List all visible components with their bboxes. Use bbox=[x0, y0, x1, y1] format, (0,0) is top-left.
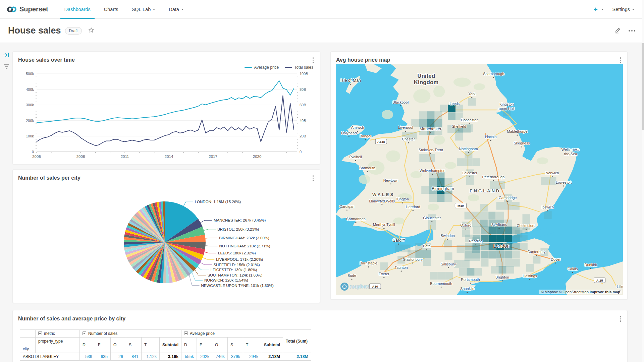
heatmap-cell[interactable] bbox=[462, 230, 470, 237]
heatmap-cell[interactable] bbox=[403, 245, 411, 252]
heatmap-cell[interactable] bbox=[541, 177, 548, 185]
heatmap-cell[interactable] bbox=[423, 258, 431, 266]
heatmap-cell[interactable] bbox=[395, 245, 402, 252]
edit-dashboard-icon[interactable] bbox=[614, 27, 621, 35]
scrollbar-thumb[interactable] bbox=[642, 43, 644, 130]
heatmap-cell[interactable] bbox=[481, 227, 488, 234]
heatmap-cell[interactable] bbox=[419, 111, 427, 119]
heatmap-cell[interactable] bbox=[455, 105, 463, 112]
settings-menu[interactable]: Settings bbox=[612, 7, 635, 12]
heatmap-cell[interactable] bbox=[496, 251, 504, 258]
map-container[interactable]: UnitedKingdomIsle of ManWALESENGLANDLond… bbox=[336, 64, 623, 295]
heatmap-cell[interactable] bbox=[468, 98, 476, 106]
heatmap-cell[interactable] bbox=[445, 272, 453, 280]
heatmap-cell[interactable] bbox=[421, 186, 429, 194]
subcol-o[interactable]: O bbox=[111, 337, 126, 353]
heatmap-cell[interactable] bbox=[489, 251, 496, 258]
heatmap-cell[interactable] bbox=[544, 211, 552, 219]
heatmap-cell[interactable] bbox=[512, 259, 520, 266]
heatmap-cell[interactable] bbox=[490, 181, 497, 189]
heatmap-cell[interactable] bbox=[496, 227, 504, 234]
heatmap-cell[interactable] bbox=[504, 251, 512, 258]
subcol-s[interactable]: S bbox=[126, 337, 142, 353]
heatmap-cell[interactable] bbox=[440, 105, 448, 112]
heatmap-cell[interactable] bbox=[423, 250, 431, 258]
heatmap-cell[interactable] bbox=[496, 235, 504, 242]
col-group-average-price[interactable]: Average price bbox=[181, 329, 283, 337]
heatmap-cell[interactable] bbox=[445, 194, 452, 202]
subcol-f[interactable]: F bbox=[197, 337, 212, 353]
heatmap-cell[interactable] bbox=[465, 158, 472, 166]
heatmap-cell[interactable] bbox=[533, 256, 540, 263]
heatmap-cell[interactable] bbox=[496, 202, 504, 210]
heatmap-cell[interactable] bbox=[472, 253, 480, 261]
favorite-star-icon[interactable] bbox=[88, 27, 95, 35]
heatmap-cell[interactable] bbox=[429, 194, 437, 202]
heatmap-cell[interactable] bbox=[467, 268, 474, 276]
heatmap-cell[interactable] bbox=[504, 235, 512, 242]
subcol-subtotal[interactable]: Subtotal bbox=[160, 337, 181, 353]
nav-item-data[interactable]: Data bbox=[162, 0, 191, 19]
heatmap-cell[interactable] bbox=[523, 214, 530, 222]
heatmap-cell[interactable] bbox=[419, 154, 427, 162]
heatmap-cell[interactable] bbox=[480, 204, 488, 212]
chart-menu-icon[interactable] bbox=[619, 315, 622, 323]
heatmap-cell[interactable] bbox=[489, 227, 496, 234]
chart-menu-icon[interactable] bbox=[312, 56, 315, 64]
heatmap-cell[interactable] bbox=[428, 222, 436, 230]
heatmap-cell[interactable] bbox=[429, 178, 437, 186]
heatmap-cell[interactable] bbox=[496, 259, 504, 266]
heatmap-cell[interactable] bbox=[504, 259, 512, 266]
heatmap-cell[interactable] bbox=[380, 262, 388, 270]
heatmap-cell[interactable] bbox=[512, 243, 520, 250]
heatmap-cell[interactable] bbox=[512, 251, 520, 258]
heatmap-cell[interactable] bbox=[481, 243, 488, 250]
heatmap-cell[interactable] bbox=[504, 227, 512, 234]
col-total[interactable]: Total (Sum) bbox=[283, 329, 311, 353]
heatmap-cell[interactable] bbox=[489, 235, 496, 242]
filter-icon[interactable] bbox=[4, 64, 9, 69]
heatmap-cell[interactable] bbox=[465, 150, 472, 158]
heatmap-cell[interactable] bbox=[435, 119, 442, 127]
heatmap-cell[interactable] bbox=[526, 264, 534, 272]
chart-menu-icon[interactable] bbox=[312, 174, 315, 182]
heatmap-cell[interactable] bbox=[462, 260, 470, 268]
heatmap-cell[interactable] bbox=[455, 133, 463, 140]
subcol-t[interactable]: T bbox=[142, 337, 160, 353]
heatmap-cell[interactable] bbox=[475, 268, 482, 276]
heatmap-cell[interactable] bbox=[498, 266, 506, 274]
heatmap-cell[interactable] bbox=[504, 202, 512, 210]
heatmap-cell[interactable] bbox=[465, 245, 472, 253]
heatmap-cell[interactable] bbox=[491, 266, 498, 274]
chart-menu-icon[interactable] bbox=[619, 56, 622, 64]
subcol-s[interactable]: S bbox=[228, 337, 243, 353]
heatmap-cell[interactable] bbox=[515, 230, 522, 237]
heatmap-cell[interactable] bbox=[480, 212, 488, 220]
heatmap-cell[interactable] bbox=[466, 124, 473, 132]
heatmap-cell[interactable] bbox=[497, 181, 505, 189]
attribution-link[interactable]: © Mapbox © OpenStreetMap bbox=[541, 290, 589, 294]
heatmap-cell[interactable] bbox=[437, 178, 444, 186]
heatmap-cell[interactable] bbox=[437, 194, 444, 202]
improve-map-link[interactable]: Improve this map bbox=[590, 290, 620, 294]
heatmap-cell[interactable] bbox=[415, 243, 423, 250]
heatmap-cell[interactable] bbox=[506, 266, 514, 274]
heatmap-cell[interactable] bbox=[427, 119, 434, 127]
row-dim-city[interactable]: city bbox=[20, 345, 36, 353]
col-group-number-of-sales[interactable]: Number of sales bbox=[80, 329, 181, 337]
subcol-d[interactable]: D bbox=[181, 337, 197, 353]
heatmap-cell[interactable] bbox=[427, 111, 434, 119]
nav-item-dashboards[interactable]: Dashboards bbox=[58, 0, 97, 19]
collapse-icon[interactable] bbox=[38, 331, 42, 335]
heatmap-cell[interactable] bbox=[444, 240, 452, 247]
collapse-icon[interactable] bbox=[184, 331, 188, 335]
heatmap-cell[interactable] bbox=[457, 245, 465, 253]
subcol-t[interactable]: T bbox=[243, 337, 261, 353]
heatmap-cell[interactable] bbox=[457, 158, 465, 166]
heatmap-cell[interactable] bbox=[448, 105, 455, 112]
heatmap-cell[interactable] bbox=[430, 272, 437, 280]
heatmap-cell[interactable] bbox=[480, 220, 488, 227]
heatmap-cell[interactable] bbox=[520, 243, 528, 250]
subcol-f[interactable]: F bbox=[95, 337, 111, 353]
heatmap-cell[interactable] bbox=[427, 154, 435, 162]
